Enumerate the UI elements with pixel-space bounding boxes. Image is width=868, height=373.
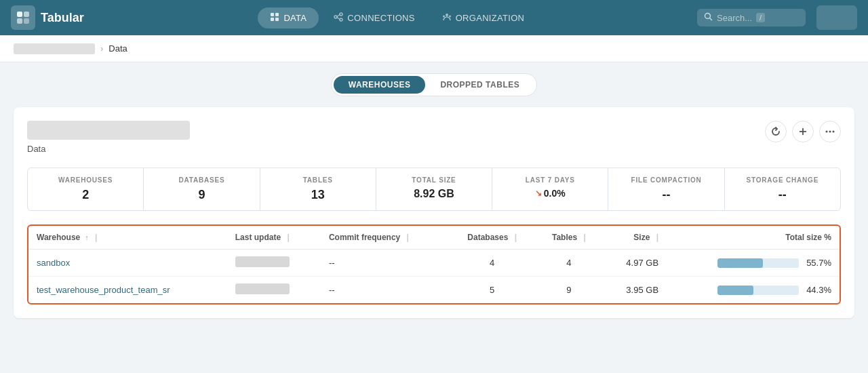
- col-header-databases[interactable]: Databases |: [448, 226, 535, 250]
- stat-storage-change-value: --: [736, 188, 829, 202]
- svg-point-13: [446, 14, 448, 16]
- stat-databases-value: 9: [155, 188, 248, 202]
- svg-rect-1: [24, 12, 29, 17]
- svg-line-11: [337, 14, 340, 16]
- warehouse-table: Warehouse ↑ | Last update | Commit frequ…: [28, 226, 840, 303]
- stat-total-size-value: 8.92 GB: [387, 188, 481, 200]
- sandbox-link[interactable]: sandbox: [37, 258, 70, 268]
- svg-rect-4: [271, 13, 274, 16]
- stat-last-7-days-label: LAST 7 DAYS: [503, 176, 597, 184]
- progress-bg-1: [717, 258, 799, 268]
- stat-total-size-label: TOTAL SIZE: [387, 176, 481, 184]
- svg-line-12: [337, 17, 340, 19]
- user-avatar[interactable]: [816, 5, 857, 30]
- data-tab-icon: [270, 12, 279, 24]
- svg-rect-2: [17, 18, 22, 24]
- nav-tabs: DATA CONNECTIONS: [103, 7, 692, 28]
- table-header-row: Warehouse ↑ | Last update | Commit frequ…: [28, 226, 840, 250]
- breadcrumb-current: Data: [108, 43, 127, 54]
- breadcrumb-bar: › Data: [0, 35, 868, 62]
- svg-point-10: [340, 18, 342, 21]
- test-warehouse-link[interactable]: test_warehouse_product_team_sr: [37, 285, 170, 295]
- svg-point-8: [334, 16, 337, 18]
- search-placeholder: Search...: [717, 13, 752, 23]
- progress-fill-1: [717, 258, 763, 268]
- logo-icon: [11, 5, 35, 30]
- sort-asc-icon: ↑: [85, 234, 89, 241]
- progress-fill-2: [717, 286, 753, 295]
- stat-storage-change-label: STORAGE CHANGE: [736, 176, 829, 184]
- svg-line-17: [710, 18, 713, 21]
- refresh-button[interactable]: [765, 121, 787, 142]
- organization-tab-label: ORGANIZATION: [456, 13, 525, 23]
- stat-file-compaction-label: FILE COMPACTION: [619, 176, 713, 184]
- stat-last-7-days: LAST 7 DAYS ↘ 0.0%: [492, 168, 608, 210]
- last-update-masked-1: [235, 256, 290, 267]
- last-update-masked-2: [235, 283, 290, 294]
- svg-point-22: [833, 131, 835, 133]
- card-actions: [765, 121, 841, 142]
- pct-cell-2: 44.3%: [667, 277, 840, 304]
- stat-file-compaction-value: --: [619, 188, 713, 202]
- stat-warehouses-value: 2: [39, 188, 132, 202]
- page-tab-group: WAREHOUSES DROPPED TABLES: [331, 73, 537, 96]
- nav-tab-organization[interactable]: ORGANIZATION: [430, 7, 537, 28]
- svg-point-21: [829, 131, 831, 133]
- tab-dropped-tables[interactable]: DROPPED TABLES: [425, 76, 534, 94]
- svg-rect-0: [17, 12, 22, 17]
- pct-label-1: 55.7%: [804, 258, 831, 268]
- col-header-commit-frequency[interactable]: Commit frequency |: [321, 226, 449, 250]
- warehouse-name-cell: sandbox: [28, 250, 227, 277]
- add-button[interactable]: [792, 121, 814, 142]
- stat-file-compaction: FILE COMPACTION --: [608, 168, 724, 210]
- search-bar[interactable]: Search... /: [697, 9, 806, 26]
- trend-arrow-icon: ↘: [535, 189, 542, 198]
- progress-wrap-1: 55.7%: [675, 258, 831, 268]
- logo-area: Tabular: [11, 5, 84, 30]
- table-row: sandbox -- 4 4 4.97 GB: [28, 250, 840, 277]
- svg-rect-7: [275, 18, 279, 21]
- card-header: Data: [27, 121, 841, 154]
- last-update-cell-1: [227, 250, 321, 277]
- stat-tables-label: TABLES: [271, 176, 365, 184]
- main-card: Data: [14, 107, 854, 318]
- svg-rect-3: [24, 18, 29, 24]
- col-header-size[interactable]: Size |: [602, 226, 667, 250]
- col-header-warehouse[interactable]: Warehouse ↑ |: [28, 226, 227, 250]
- table-row: test_warehouse_product_team_sr -- 5 9 3.…: [28, 277, 840, 304]
- stat-warehouses: WAREHOUSES 2: [28, 168, 144, 210]
- app-logo-text: Tabular: [41, 11, 84, 25]
- warehouse-name-cell-2: test_warehouse_product_team_sr: [28, 277, 227, 304]
- stat-warehouses-label: WAREHOUSES: [39, 176, 132, 184]
- title-masked-bar: [27, 121, 190, 140]
- stat-storage-change: STORAGE CHANGE --: [725, 168, 840, 210]
- svg-point-15: [449, 15, 451, 17]
- pct-label-2: 44.3%: [804, 285, 831, 295]
- stat-last-7-days-value: ↘ 0.0%: [503, 188, 597, 199]
- databases-cell-1: 4: [448, 250, 535, 277]
- col-header-last-update[interactable]: Last update |: [227, 226, 321, 250]
- card-title-area: Data: [27, 121, 190, 154]
- stat-tables-value: 13: [271, 188, 365, 202]
- col-header-tables[interactable]: Tables |: [536, 226, 602, 250]
- svg-point-20: [826, 131, 828, 133]
- search-icon: [704, 12, 713, 23]
- search-shortcut: /: [756, 13, 765, 22]
- tab-warehouses[interactable]: WAREHOUSES: [334, 76, 426, 94]
- svg-rect-6: [271, 18, 274, 21]
- top-navigation: Tabular DATA: [0, 0, 868, 35]
- more-options-button[interactable]: [819, 121, 841, 142]
- pct-cell-1: 55.7%: [667, 250, 840, 277]
- tables-cell-2: 9: [536, 277, 602, 304]
- size-cell-2: 3.95 GB: [602, 277, 667, 304]
- svg-point-9: [340, 13, 342, 16]
- databases-cell-2: 5: [448, 277, 535, 304]
- nav-tab-connections[interactable]: CONNECTIONS: [321, 7, 427, 28]
- data-tab-label: DATA: [283, 13, 307, 23]
- nav-tab-data[interactable]: DATA: [258, 7, 319, 28]
- breadcrumb-parent: [14, 43, 95, 54]
- main-content: WAREHOUSES DROPPED TABLES Data: [0, 62, 868, 329]
- connections-tab-icon: [334, 12, 343, 24]
- tables-cell-1: 4: [536, 250, 602, 277]
- stat-total-size: TOTAL SIZE 8.92 GB: [376, 168, 492, 210]
